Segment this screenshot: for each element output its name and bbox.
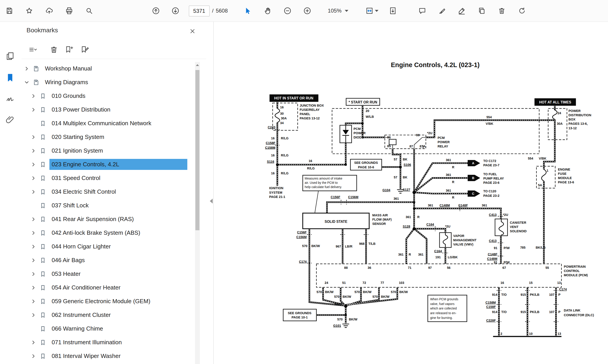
bookmark-row[interactable]: 021 Ignition System: [22, 144, 193, 157]
component-label: PANEL: [300, 112, 311, 116]
next-page-button[interactable]: [169, 4, 182, 17]
bookmark-row[interactable]: 066 Warning Chime: [22, 322, 193, 336]
wire-label: LG/BK: [448, 255, 458, 259]
bookmark-label: 031 Speed Control: [49, 173, 103, 183]
chevron-down-icon[interactable]: [23, 79, 30, 86]
chevron-right-icon[interactable]: [30, 298, 37, 305]
bookmark-row[interactable]: 014 Multiplex Communication Network: [22, 117, 193, 130]
previous-page-button[interactable]: [149, 4, 162, 17]
bookmark-row[interactable]: 059 Generic Electronic Module (GEM): [22, 294, 193, 308]
chevron-right-icon[interactable]: [30, 230, 37, 236]
chevron-right-icon[interactable]: [30, 312, 37, 318]
wire-label: 785: [520, 246, 526, 249]
bookmark-options-button[interactable]: [27, 43, 39, 56]
panel-scrollbar[interactable]: [195, 62, 200, 364]
page-number-input[interactable]: [189, 6, 210, 16]
delete-button[interactable]: [496, 4, 508, 17]
bookmark-row[interactable]: 046 Air Bags: [22, 253, 193, 267]
chevron-right-icon[interactable]: [30, 93, 37, 99]
wire-label: 554: [486, 115, 492, 119]
select-tool-button[interactable]: [242, 4, 254, 17]
document-view[interactable]: Engine Controls, 4.2L (023-1) HOT IN STA…: [214, 22, 608, 364]
fit-width-dropdown[interactable]: [362, 4, 382, 17]
bookmark-row[interactable]: 062 Instrument Cluster: [22, 308, 193, 322]
bookmark-row[interactable]: 020 Starting System: [22, 130, 193, 144]
edit-bookmark-button[interactable]: [79, 43, 91, 56]
sign-button[interactable]: [456, 4, 468, 17]
bookmark-row[interactable]: 042 Anti-lock Brake System (ABS): [22, 226, 193, 240]
chevron-right-icon[interactable]: [30, 257, 37, 264]
pages-panel-button[interactable]: [3, 50, 17, 62]
component-label: ENGINE: [558, 168, 570, 171]
page-scrolling-mode-button[interactable]: [387, 4, 399, 17]
bookmarks-panel-button[interactable]: [3, 71, 17, 84]
save-button[interactable]: [3, 4, 16, 17]
chevron-right-icon[interactable]: [30, 216, 37, 223]
hand-tool-button[interactable]: [261, 4, 274, 17]
copy-button[interactable]: [475, 4, 488, 17]
bookmark-row[interactable]: 054 Air Conditioner Heater: [22, 281, 193, 294]
bookmark-flag-icon: [40, 216, 46, 223]
search-button[interactable]: [83, 4, 95, 17]
bookmark-row[interactable]: 037 Shift Lock: [22, 199, 193, 212]
note-pointer-line: [315, 191, 319, 212]
scrollbar-thumb[interactable]: [195, 70, 200, 230]
bookmark-row[interactable]: 034 Electric Shift Control: [22, 185, 193, 199]
zoom-level-dropdown[interactable]: 105%: [321, 4, 355, 17]
zoom-out-button[interactable]: [281, 4, 294, 17]
component-label: RELAY: [437, 144, 448, 148]
highlight-button[interactable]: [436, 4, 448, 17]
bookmark-row-selected[interactable]: 023 Engine Controls, 4.2L: [22, 157, 193, 171]
wire-label: BK/W: [349, 318, 358, 321]
bookmark-row[interactable]: Wiring Diagrams: [22, 75, 193, 89]
print-button[interactable]: [63, 4, 75, 17]
pin-label: 77: [380, 281, 384, 285]
bookmark-row[interactable]: 053 Heater: [22, 267, 193, 281]
component-label: PAGES 13-6,: [568, 122, 588, 125]
bookmark-row[interactable]: 013 Power Distribution: [22, 103, 193, 117]
bookmark-row[interactable]: 031 Speed Control: [22, 171, 193, 185]
pin-label: 55: [545, 266, 549, 270]
bookmark-row[interactable]: 041 Rear Air Suspension (RAS): [22, 212, 193, 226]
bookmark-row[interactable]: Workshop Manual: [22, 62, 193, 75]
zoom-in-button[interactable]: [301, 4, 313, 17]
bookmark-row[interactable]: 085 Headlamps: [22, 363, 193, 364]
component-label: SENSOR: [372, 222, 386, 225]
rotate-button[interactable]: [516, 4, 528, 17]
reference-label: PAGE 10-1: [292, 315, 308, 319]
bookmark-flag-icon: [40, 106, 46, 113]
chevron-right-icon[interactable]: [23, 65, 30, 72]
panel-collapse-handle[interactable]: [208, 197, 214, 205]
chevron-right-icon[interactable]: [30, 243, 37, 250]
attachments-panel-button[interactable]: [3, 113, 17, 126]
chevron-right-icon[interactable]: [30, 161, 37, 168]
comment-button[interactable]: [416, 4, 429, 17]
chevron-right-icon[interactable]: [30, 134, 37, 141]
chevron-right-icon[interactable]: [30, 339, 37, 346]
bookmark-row[interactable]: 010 Grounds: [22, 89, 193, 103]
cloud-upload-button[interactable]: [43, 4, 55, 17]
add-bookmark-button[interactable]: [63, 43, 75, 56]
star-icon: [25, 7, 33, 15]
delete-bookmark-button[interactable]: [48, 43, 60, 56]
bookmark-row[interactable]: 071 Instrument Illumination: [22, 336, 193, 349]
wire-label: 967: [336, 245, 341, 248]
chevron-right-icon[interactable]: [30, 353, 37, 360]
chevron-right-icon[interactable]: [30, 106, 37, 113]
signatures-panel-button[interactable]: [3, 92, 17, 105]
fuse-icon: [275, 108, 280, 123]
scrollbar-up-button[interactable]: [195, 62, 200, 68]
chevron-right-icon[interactable]: [30, 147, 37, 154]
bookmark-row[interactable]: 081 Interval Wiper Washer: [22, 349, 193, 363]
close-panel-button[interactable]: [186, 25, 199, 38]
chevron-right-icon[interactable]: [30, 271, 37, 277]
wire-label: 554: [528, 157, 533, 160]
fuse-label: 30A: [557, 122, 563, 125]
favorite-button[interactable]: [23, 4, 36, 17]
wire-label: BK: [403, 175, 407, 179]
note-text: which are collected: [430, 307, 457, 310]
chevron-right-icon[interactable]: [30, 175, 37, 182]
chevron-right-icon[interactable]: [30, 284, 37, 291]
chevron-right-icon[interactable]: [30, 189, 37, 195]
bookmark-row[interactable]: 044 Horn Cigar Lighter: [22, 240, 193, 253]
